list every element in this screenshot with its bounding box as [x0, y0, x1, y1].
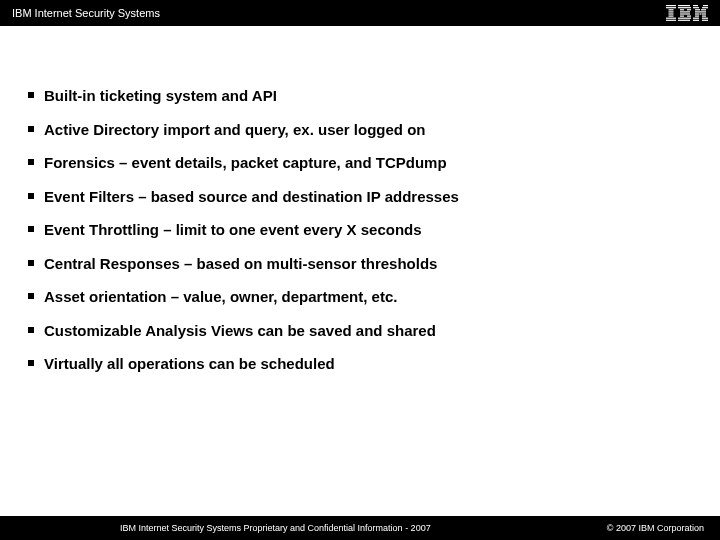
svg-rect-32: [693, 20, 699, 21]
svg-rect-5: [669, 16, 674, 17]
svg-rect-16: [678, 18, 691, 19]
svg-rect-17: [678, 20, 690, 21]
svg-rect-33: [702, 20, 708, 21]
svg-rect-24: [695, 11, 706, 12]
bullet-text: Active Directory import and query, ex. u…: [44, 120, 425, 140]
square-bullet-icon: [28, 193, 34, 199]
list-item: Event Filters – based source and destina…: [28, 187, 692, 207]
square-bullet-icon: [28, 260, 34, 266]
svg-rect-13: [680, 13, 690, 14]
square-bullet-icon: [28, 293, 34, 299]
header-title: IBM Internet Security Systems: [12, 7, 160, 19]
list-item: Virtually all operations can be schedule…: [28, 354, 692, 374]
square-bullet-icon: [28, 327, 34, 333]
svg-rect-28: [695, 16, 699, 17]
header-bar: IBM Internet Security Systems: [0, 0, 720, 26]
svg-rect-1: [666, 7, 676, 8]
svg-rect-14: [680, 16, 684, 17]
content-area: Built-in ticketing system and API Active…: [0, 26, 720, 374]
footer-left-text: IBM Internet Security Systems Proprietar…: [120, 523, 431, 533]
list-item: Built-in ticketing system and API: [28, 86, 692, 106]
svg-rect-20: [693, 7, 699, 8]
svg-rect-18: [693, 5, 698, 6]
bullet-list: Built-in ticketing system and API Active…: [28, 86, 692, 374]
list-item: Asset orientation – value, owner, depart…: [28, 287, 692, 307]
svg-rect-25: [695, 13, 699, 14]
svg-rect-2: [669, 9, 674, 10]
footer-bar: IBM Internet Security Systems Proprietar…: [0, 516, 720, 540]
svg-rect-15: [687, 16, 691, 17]
bullet-text: Event Throttling – limit to one event ev…: [44, 220, 422, 240]
svg-rect-4: [669, 13, 674, 14]
svg-rect-7: [666, 20, 676, 21]
svg-rect-0: [666, 5, 676, 6]
svg-rect-6: [666, 18, 676, 19]
bullet-text: Forensics – event details, packet captur…: [44, 153, 447, 173]
square-bullet-icon: [28, 126, 34, 132]
footer-copyright: © 2007 IBM Corporation: [607, 523, 704, 533]
svg-rect-22: [695, 9, 700, 10]
svg-rect-12: [680, 11, 690, 12]
square-bullet-icon: [28, 226, 34, 232]
bullet-text: Event Filters – based source and destina…: [44, 187, 459, 207]
svg-rect-27: [702, 13, 706, 14]
svg-rect-11: [687, 9, 691, 10]
bullet-text: Built-in ticketing system and API: [44, 86, 277, 106]
svg-rect-10: [680, 9, 684, 10]
square-bullet-icon: [28, 360, 34, 366]
square-bullet-icon: [28, 159, 34, 165]
svg-rect-21: [702, 7, 708, 8]
svg-rect-9: [678, 7, 691, 8]
list-item: Central Responses – based on multi-senso…: [28, 254, 692, 274]
list-item: Active Directory import and query, ex. u…: [28, 120, 692, 140]
svg-rect-19: [703, 5, 708, 6]
bullet-text: Central Responses – based on multi-senso…: [44, 254, 437, 274]
svg-rect-31: [702, 18, 708, 19]
svg-rect-23: [701, 9, 706, 10]
svg-rect-26: [700, 13, 702, 14]
bullet-text: Virtually all operations can be schedule…: [44, 354, 335, 374]
svg-rect-30: [693, 18, 699, 19]
svg-rect-3: [669, 11, 674, 12]
list-item: Event Throttling – limit to one event ev…: [28, 220, 692, 240]
ibm-logo-icon: [666, 5, 708, 21]
list-item: Customizable Analysis Views can be saved…: [28, 321, 692, 341]
bullet-text: Customizable Analysis Views can be saved…: [44, 321, 436, 341]
square-bullet-icon: [28, 92, 34, 98]
svg-rect-29: [702, 16, 706, 17]
bullet-text: Asset orientation – value, owner, depart…: [44, 287, 397, 307]
svg-rect-8: [678, 5, 690, 6]
list-item: Forensics – event details, packet captur…: [28, 153, 692, 173]
